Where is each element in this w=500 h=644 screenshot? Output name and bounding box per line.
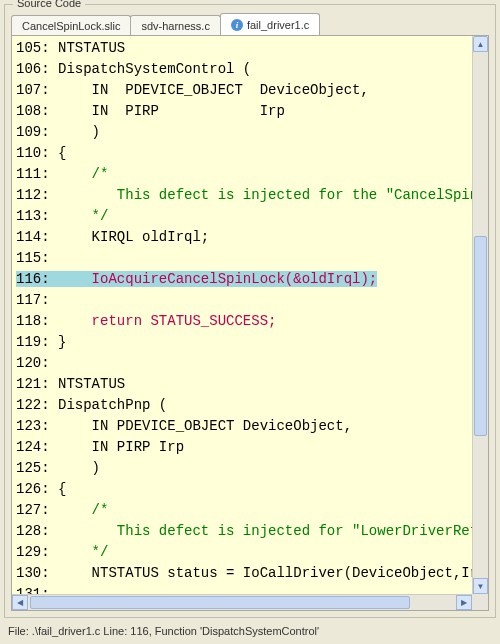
line-number: 115: <box>16 250 58 266</box>
line-text: { <box>58 481 66 497</box>
line-text: This defect is injected for "LowerDriver… <box>58 523 486 539</box>
line-text: DispatchSystemControl ( <box>58 61 251 77</box>
scroll-corner <box>472 594 488 610</box>
line-number: 112: <box>16 187 58 203</box>
line-number: 128: <box>16 523 58 539</box>
code-line[interactable]: 117: <box>16 290 488 311</box>
line-number: 120: <box>16 355 58 371</box>
code-viewer: 105: NTSTATUS106: DispatchSystemControl … <box>11 35 489 611</box>
line-text: IN PIRP Irp <box>58 103 285 119</box>
panel-title: Source Code <box>13 0 85 9</box>
code-line[interactable]: 126: { <box>16 479 488 500</box>
scroll-left-button[interactable]: ◀ <box>12 595 28 610</box>
status-bar: File: .\fail_driver1.c Line: 116, Functi… <box>0 622 500 640</box>
code-line[interactable]: 106: DispatchSystemControl ( <box>16 59 488 80</box>
line-number: 130: <box>16 565 58 581</box>
code-line[interactable]: 127: /* <box>16 500 488 521</box>
line-number: 122: <box>16 397 58 413</box>
line-number: 127: <box>16 502 58 518</box>
tab-label: CancelSpinLock.slic <box>22 20 120 32</box>
code-line[interactable]: 122: DispatchPnp ( <box>16 395 488 416</box>
line-number: 111: <box>16 166 58 182</box>
line-number: 108: <box>16 103 58 119</box>
line-text: */ <box>58 208 108 224</box>
line-text: NTSTATUS status = IoCallDriver(DeviceObj… <box>58 565 486 581</box>
line-text: IoAcquireCancelSpinLock(&oldIrql); <box>58 271 377 287</box>
horizontal-scrollbar[interactable]: ◀ ▶ <box>12 594 472 610</box>
line-text: KIRQL oldIrql; <box>58 229 209 245</box>
line-text: ) <box>58 124 100 140</box>
line-number: 107: <box>16 82 58 98</box>
line-text: IN PDEVICE_OBJECT DeviceObject, <box>58 82 369 98</box>
line-text: { <box>58 145 66 161</box>
line-number: 123: <box>16 418 58 434</box>
code-line[interactable]: 108: IN PIRP Irp <box>16 101 488 122</box>
code-line[interactable]: 119: } <box>16 332 488 353</box>
code-line[interactable]: 124: IN PIRP Irp <box>16 437 488 458</box>
code-line[interactable]: 113: */ <box>16 206 488 227</box>
code-line[interactable]: 109: ) <box>16 122 488 143</box>
line-text: return STATUS_SUCCESS; <box>58 313 276 329</box>
scroll-right-button[interactable]: ▶ <box>456 595 472 610</box>
code-line[interactable]: 107: IN PDEVICE_OBJECT DeviceObject, <box>16 80 488 101</box>
line-number: 106: <box>16 61 58 77</box>
tab-sdv-harness-c[interactable]: sdv-harness.c <box>130 15 220 35</box>
code-line[interactable]: 112: This defect is injected for the "Ca… <box>16 185 488 206</box>
line-text: /* <box>58 166 108 182</box>
line-number: 129: <box>16 544 58 560</box>
code-line[interactable]: 130: NTSTATUS status = IoCallDriver(Devi… <box>16 563 488 584</box>
code-line[interactable]: 129: */ <box>16 542 488 563</box>
code-line[interactable]: 121: NTSTATUS <box>16 374 488 395</box>
tab-fail-driver1-c[interactable]: ifail_driver1.c <box>220 13 320 35</box>
tab-bar: CancelSpinLock.slicsdv-harness.cifail_dr… <box>5 5 495 35</box>
code-line[interactable]: 110: { <box>16 143 488 164</box>
code-line[interactable]: 128: This defect is injected for "LowerD… <box>16 521 488 542</box>
code-line[interactable]: 115: <box>16 248 488 269</box>
line-number: 110: <box>16 145 58 161</box>
line-text: IN PIRP Irp <box>58 439 184 455</box>
line-text: NTSTATUS <box>58 376 125 392</box>
code-line[interactable]: 125: ) <box>16 458 488 479</box>
line-number: 126: <box>16 481 58 497</box>
code-text[interactable]: 105: NTSTATUS106: DispatchSystemControl … <box>12 36 488 596</box>
line-text: ) <box>58 460 100 476</box>
line-number: 118: <box>16 313 58 329</box>
line-number: 109: <box>16 124 58 140</box>
line-number: 124: <box>16 439 58 455</box>
scroll-down-button[interactable]: ▼ <box>473 578 488 594</box>
tab-label: sdv-harness.c <box>141 20 209 32</box>
line-number: 117: <box>16 292 58 308</box>
info-icon: i <box>231 19 243 31</box>
line-text: This defect is injected for the "CancelS… <box>58 187 486 203</box>
line-text: /* <box>58 502 108 518</box>
line-text: IN PDEVICE_OBJECT DeviceObject, <box>58 418 352 434</box>
source-code-panel: Source Code CancelSpinLock.slicsdv-harne… <box>4 4 496 618</box>
line-number: 116: <box>16 271 58 287</box>
line-number: 119: <box>16 334 58 350</box>
line-text: */ <box>58 544 108 560</box>
line-number: 121: <box>16 376 58 392</box>
line-text: NTSTATUS <box>58 40 125 56</box>
line-number: 105: <box>16 40 58 56</box>
tab-cancelspinlock-slic[interactable]: CancelSpinLock.slic <box>11 15 131 35</box>
scroll-up-button[interactable]: ▲ <box>473 36 488 52</box>
tab-label: fail_driver1.c <box>247 19 309 31</box>
code-line[interactable]: 105: NTSTATUS <box>16 38 488 59</box>
vertical-scrollbar[interactable]: ▲ ▼ <box>472 36 488 594</box>
line-number: 113: <box>16 208 58 224</box>
line-text: DispatchPnp ( <box>58 397 167 413</box>
horizontal-scroll-thumb[interactable] <box>30 596 410 609</box>
code-line[interactable]: 114: KIRQL oldIrql; <box>16 227 488 248</box>
code-line[interactable]: 111: /* <box>16 164 488 185</box>
code-line[interactable]: 120: <box>16 353 488 374</box>
line-number: 114: <box>16 229 58 245</box>
line-text: } <box>58 334 66 350</box>
vertical-scroll-thumb[interactable] <box>474 236 487 436</box>
code-line[interactable]: 116: IoAcquireCancelSpinLock(&oldIrql); <box>16 269 377 290</box>
code-line[interactable]: 123: IN PDEVICE_OBJECT DeviceObject, <box>16 416 488 437</box>
code-line[interactable]: 118: return STATUS_SUCCESS; <box>16 311 488 332</box>
line-number: 125: <box>16 460 58 476</box>
